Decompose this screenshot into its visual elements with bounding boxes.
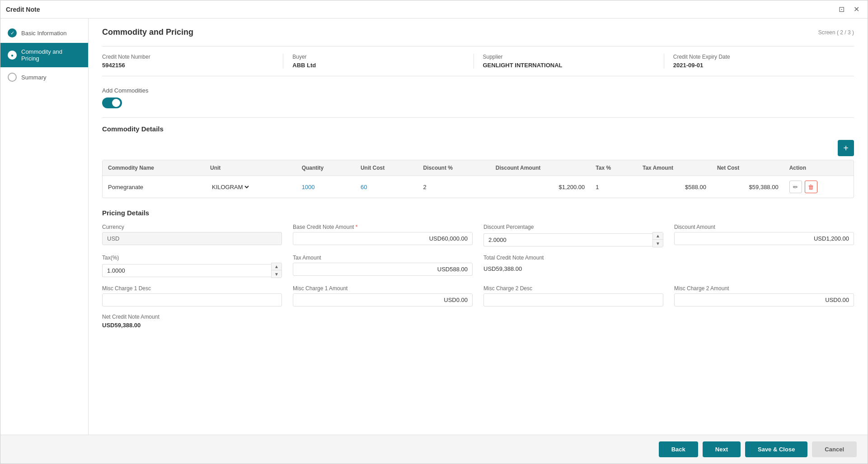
save-close-button[interactable]: Save & Close (745, 441, 807, 457)
pricing-details-title: Pricing Details (102, 209, 854, 217)
currency-label: Currency (102, 224, 282, 230)
close-button[interactable]: ✕ (851, 4, 862, 14)
add-commodities-section: Add Commodities (102, 87, 854, 108)
td-quantity: 1000 (296, 176, 355, 198)
buyer-value: ABB Ltd (292, 62, 464, 69)
td-discount-amount: $1,200.00 (490, 176, 591, 198)
table-header-row: Commodity Name Unit Quantity Unit Cost D… (103, 160, 854, 176)
misc2-amount-input[interactable] (674, 293, 854, 306)
misc1-amount-label: Misc Charge 1 Amount (293, 285, 473, 292)
discount-amount-label: Discount Amount (674, 224, 854, 230)
unit-select-input[interactable]: KILOGRAM (210, 183, 250, 191)
sidebar-label-basic-information: Basic Information (21, 30, 66, 37)
th-action: Action (784, 160, 854, 176)
th-unit: Unit (205, 160, 296, 176)
misc1-desc-group: Misc Charge 1 Desc (102, 285, 282, 306)
buyer-label: Buyer (292, 54, 464, 60)
misc1-amount-input[interactable] (293, 293, 473, 306)
tax-group: Tax(%) ▲ ▼ (102, 255, 282, 278)
td-net-cost: $59,388.00 (712, 176, 784, 198)
divider (102, 117, 854, 118)
supplier-value: GENLIGHT INTERNATIONAL (483, 62, 655, 69)
misc2-desc-input[interactable] (483, 293, 663, 306)
step-circle-2: ● (8, 51, 17, 60)
misc1-desc-label: Misc Charge 1 Desc (102, 285, 282, 292)
misc2-amount-label: Misc Charge 2 Amount (674, 285, 854, 292)
discount-amount-group: Discount Amount (674, 224, 854, 247)
misc2-desc-group: Misc Charge 2 Desc (483, 285, 663, 306)
discount-pct-spinner: ▲ ▼ (483, 232, 663, 247)
discount-pct-spinner-btns: ▲ ▼ (652, 232, 663, 247)
sidebar: Basic Information ● Commodity and Pricin… (0, 19, 89, 435)
title-bar: Credit Note ⊡ ✕ (0, 0, 868, 19)
add-commodities-toggle[interactable] (102, 97, 122, 108)
content-title: Commodity and Pricing (102, 28, 193, 37)
currency-group: Currency (102, 224, 282, 247)
window-title: Credit Note (6, 6, 40, 13)
info-credit-note-number: Credit Note Number 5942156 (102, 54, 283, 69)
sidebar-item-commodity-and-pricing[interactable]: ● Commodity and Pricing (0, 43, 88, 67)
cancel-button[interactable]: Cancel (812, 441, 857, 457)
content-area: Commodity and Pricing Screen ( 2 / 3 ) C… (89, 19, 868, 435)
main-content: Basic Information ● Commodity and Pricin… (0, 19, 868, 435)
net-amount-section: Net Credit Note Amount USD59,388.00 (102, 314, 854, 329)
total-value: USD59,388.00 (483, 263, 663, 275)
base-amount-input[interactable] (293, 232, 473, 245)
empty-cell-1 (674, 255, 854, 278)
expiry-value: 2021-09-01 (673, 62, 845, 69)
td-unit: KILOGRAM (205, 176, 296, 198)
tax-amount-group: Tax Amount (293, 255, 473, 278)
sidebar-item-basic-information[interactable]: Basic Information (0, 23, 88, 43)
content-header: Commodity and Pricing Screen ( 2 / 3 ) (102, 28, 854, 37)
window: Credit Note ⊡ ✕ Basic Information ● Comm… (0, 0, 868, 464)
tax-down[interactable]: ▼ (272, 270, 282, 278)
tax-spinner-btns: ▲ ▼ (271, 263, 282, 278)
discount-pct-up[interactable]: ▲ (653, 232, 663, 240)
pricing-grid: Currency Base Credit Note Amount * Disco… (102, 224, 854, 306)
supplier-label: Supplier (483, 54, 655, 60)
step-circle-1 (8, 28, 17, 37)
discount-pct-down[interactable]: ▼ (653, 240, 663, 247)
discount-pct-group: Discount Percentage ▲ ▼ (483, 224, 663, 247)
info-buyer: Buyer ABB Ltd (283, 54, 474, 69)
th-unit-cost: Unit Cost (355, 160, 418, 176)
th-tax-pct: Tax % (590, 160, 637, 176)
commodity-details-title: Commodity Details (102, 125, 854, 133)
sidebar-label-commodity: Commodity and Pricing (21, 48, 81, 62)
sidebar-label-summary: Summary (21, 74, 47, 81)
commodity-table: Commodity Name Unit Quantity Unit Cost D… (103, 160, 854, 198)
misc2-amount-group: Misc Charge 2 Amount (674, 285, 854, 306)
th-quantity: Quantity (296, 160, 355, 176)
info-bar: Credit Note Number 5942156 Buyer ABB Ltd… (102, 46, 854, 76)
unit-select-group: KILOGRAM (210, 183, 291, 191)
screen-info: Screen ( 2 / 3 ) (818, 29, 854, 36)
commodity-details-section: Commodity Details + Commodity Name Unit … (102, 125, 854, 198)
currency-input (102, 232, 282, 245)
td-tax-amount: $588.00 (637, 176, 712, 198)
discount-pct-label: Discount Percentage (483, 224, 663, 230)
credit-note-number-label: Credit Note Number (102, 54, 274, 60)
next-button[interactable]: Next (703, 441, 741, 457)
back-button[interactable]: Back (659, 441, 698, 457)
tax-amount-input (293, 263, 473, 276)
th-discount-pct: Discount % (418, 160, 490, 176)
discount-pct-input[interactable] (483, 233, 652, 246)
add-commodities-label: Add Commodities (102, 87, 854, 94)
sidebar-item-summary[interactable]: Summary (0, 67, 88, 87)
minimize-button[interactable]: ⊡ (836, 4, 847, 14)
th-tax-amount: Tax Amount (637, 160, 712, 176)
pricing-details-section: Pricing Details Currency Base Credit Not… (102, 209, 854, 329)
commodity-table-wrapper: Commodity Name Unit Quantity Unit Cost D… (102, 160, 854, 198)
discount-amount-input (674, 232, 854, 245)
total-group: Total Credit Note Amount USD59,388.00 (483, 255, 663, 278)
misc1-desc-input[interactable] (102, 293, 282, 306)
tax-input[interactable] (102, 264, 271, 277)
tax-up[interactable]: ▲ (272, 263, 282, 270)
add-commodity-button[interactable]: + (838, 140, 854, 156)
delete-button[interactable]: 🗑 (805, 181, 817, 193)
edit-button[interactable]: ✏ (789, 181, 802, 193)
credit-note-number-value: 5942156 (102, 62, 274, 69)
total-label: Total Credit Note Amount (483, 255, 663, 261)
tax-label: Tax(%) (102, 255, 282, 261)
base-amount-label: Base Credit Note Amount * (293, 224, 473, 230)
